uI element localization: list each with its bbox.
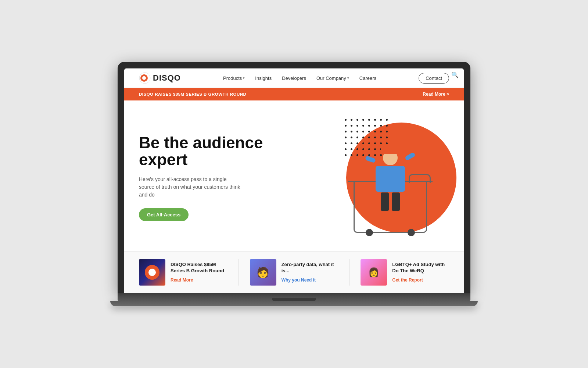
hero-section: Be the audience expert Here's your all-a… [124, 100, 464, 251]
dot [356, 131, 358, 132]
news-card-3: 👩 LGBTQ+ Ad Study with Do The WeRQ Get t… [349, 259, 449, 286]
cart-wheel-right [408, 229, 415, 236]
dot [345, 154, 347, 156]
dot [356, 142, 358, 144]
news-title-1: DISQO Raises $85M Series B Growth Round [171, 262, 227, 274]
dot [345, 125, 347, 127]
dot [351, 148, 352, 150]
nav-insights[interactable]: Insights [255, 75, 272, 81]
dot [345, 142, 347, 144]
dot [356, 154, 358, 156]
svg-point-2 [142, 76, 146, 80]
dot [356, 137, 358, 138]
dot [368, 125, 370, 127]
figure-body [376, 166, 405, 192]
news-title-2: Zero-party data, what it is... [282, 262, 338, 274]
cart-handle [409, 174, 431, 183]
dot [362, 125, 364, 127]
dot [362, 131, 364, 132]
dot [380, 142, 382, 144]
dot [374, 137, 376, 138]
news-thumb-2: 🧑 [250, 259, 276, 286]
laptop-bezel: DISQO Products ▾ Insights Developers Our… [118, 62, 470, 293]
dot [345, 137, 347, 138]
person-figure [376, 151, 405, 211]
dot [351, 119, 352, 121]
hero-content: Be the audience expert Here's your all-a… [139, 134, 279, 221]
thumb-disqo [139, 259, 165, 286]
thumb-lgbtq: 👩 [361, 259, 387, 286]
dot [386, 131, 388, 132]
nav-products[interactable]: Products ▾ [223, 75, 245, 81]
logo[interactable]: DISQO [139, 72, 181, 84]
dot [345, 131, 347, 132]
contact-button[interactable]: Contact [419, 73, 449, 84]
figure-arm-right [405, 152, 416, 161]
logo-icon [139, 72, 151, 84]
dot [386, 119, 388, 121]
news-thumb-3: 👩 [361, 259, 387, 286]
hero-title: Be the audience expert [139, 134, 279, 168]
dot [351, 131, 352, 132]
dot [368, 137, 370, 138]
dot [351, 142, 352, 144]
figure-legs [381, 192, 400, 211]
news-card-1: DISQO Raises $85M Series B Growth Round … [139, 259, 227, 286]
search-icon[interactable]: 🔍 [451, 71, 459, 78]
dot [351, 125, 352, 127]
dot [345, 119, 347, 121]
dot [374, 142, 376, 144]
figure-hat [381, 144, 399, 154]
dot [362, 137, 364, 138]
dot [374, 131, 376, 132]
news-card-2: 🧑 Zero-party data, what it is... Why you… [239, 259, 338, 286]
figure-leg-right [392, 192, 400, 211]
announcement-bar: DISQO RAISES $85M SERIES B GROWTH ROUND … [124, 88, 464, 100]
chevron-down-icon: ▾ [347, 76, 349, 80]
dot [380, 131, 382, 132]
laptop-container: DISQO Products ▾ Insights Developers Our… [118, 62, 470, 306]
nav-developers[interactable]: Developers [282, 75, 306, 81]
site-header: DISQO Products ▾ Insights Developers Our… [124, 68, 464, 88]
dot [380, 119, 382, 121]
dot [356, 125, 358, 127]
news-content-3: LGBTQ+ Ad Study with Do The WeRQ Get the… [392, 262, 449, 283]
dot [362, 142, 364, 144]
announcement-read-more[interactable]: Read More > [423, 92, 449, 97]
nav-careers[interactable]: Careers [359, 75, 376, 81]
dot [368, 142, 370, 144]
news-link-1[interactable]: Read More [171, 277, 193, 283]
dot [368, 131, 370, 132]
cta-button[interactable]: Get All-Access [139, 208, 189, 221]
dot [345, 148, 347, 150]
dot [356, 148, 358, 150]
dot [368, 154, 370, 156]
figure-leg-left [381, 192, 389, 211]
dot [380, 125, 382, 127]
hero-visual [279, 115, 449, 240]
news-title-3: LGBTQ+ Ad Study with Do The WeRQ [392, 262, 449, 274]
dot [356, 119, 358, 121]
dot [386, 137, 388, 138]
news-link-2[interactable]: Why you Need it [282, 277, 316, 283]
news-content-2: Zero-party data, what it is... Why you N… [282, 262, 338, 283]
news-link-3[interactable]: Get the Report [392, 277, 423, 283]
dot [380, 137, 382, 138]
dot [362, 154, 364, 156]
dot [374, 119, 376, 121]
laptop-base [118, 293, 470, 301]
announcement-text: DISQO RAISES $85M SERIES B GROWTH ROUND [139, 92, 246, 96]
dot [374, 125, 376, 127]
dot [351, 137, 352, 138]
laptop-stand [110, 301, 478, 306]
dot [386, 125, 388, 127]
dot [368, 119, 370, 121]
nav-right: Contact [419, 73, 449, 84]
figure-head [383, 151, 398, 165]
cart-wheel-left [366, 229, 373, 236]
dot [362, 119, 364, 121]
dot [374, 148, 376, 150]
news-content-1: DISQO Raises $85M Series B Growth Round … [171, 262, 227, 283]
nav-our-company[interactable]: Our Company ▾ [316, 75, 349, 81]
thumb-zpd: 🧑 [250, 259, 276, 286]
